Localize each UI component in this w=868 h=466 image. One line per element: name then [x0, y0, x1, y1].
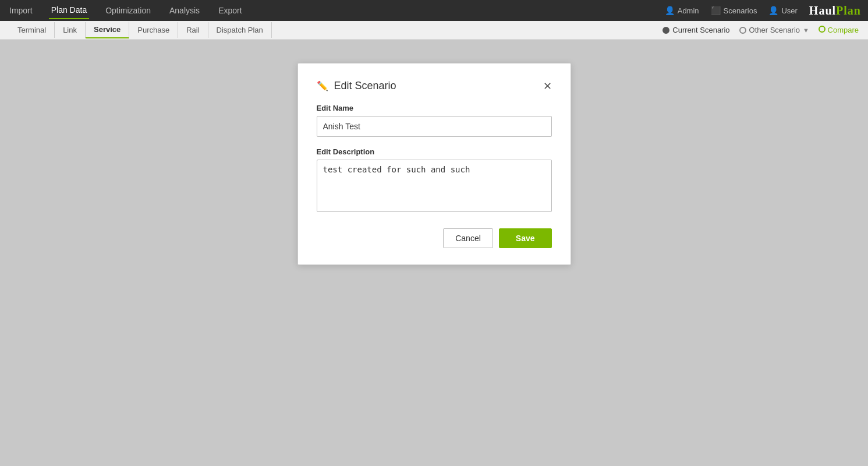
- modal-title: Edit Scenario: [334, 80, 396, 92]
- modal-close-button[interactable]: ✕: [543, 81, 552, 91]
- edit-scenario-modal: ✏️ Edit Scenario ✕ Edit Name Edit Descri…: [297, 63, 571, 265]
- cancel-button[interactable]: Cancel: [443, 228, 493, 248]
- modal-overlay: ✏️ Edit Scenario ✕ Edit Name Edit Descri…: [0, 40, 868, 466]
- nav-plan-data[interactable]: Plan Data: [49, 2, 89, 19]
- other-scenario-radio: [739, 27, 746, 34]
- sub-navigation: Terminal Link Service Purchase Rail Disp…: [0, 21, 868, 40]
- chevron-down-icon: ▼: [803, 27, 809, 34]
- sub-nav-right: Current Scenario Other Scenario ▼ Compar…: [662, 26, 859, 34]
- modal-title-area: ✏️ Edit Scenario: [317, 80, 396, 92]
- edit-name-input[interactable]: [317, 116, 552, 137]
- brand-logo: HaulPlan: [809, 4, 861, 17]
- subnav-rail[interactable]: Rail: [178, 22, 208, 38]
- main-content: ✏️ Edit Scenario ✕ Edit Name Edit Descri…: [0, 40, 868, 466]
- admin-menu[interactable]: 👤 Admin: [665, 6, 699, 15]
- top-nav-right: 👤 Admin ⬛ Scenarios 👤 User HaulPlan: [665, 4, 861, 17]
- nav-import[interactable]: Import: [7, 2, 35, 19]
- current-scenario-radio: [662, 27, 669, 34]
- edit-description-label: Edit Description: [317, 147, 552, 156]
- nav-optimization[interactable]: Optimization: [103, 2, 153, 19]
- subnav-terminal[interactable]: Terminal: [9, 22, 55, 38]
- person-icon: 👤: [665, 6, 675, 15]
- nav-analysis[interactable]: Analysis: [167, 2, 202, 19]
- subnav-link[interactable]: Link: [55, 22, 86, 38]
- other-scenario-option[interactable]: Other Scenario ▼: [739, 26, 809, 34]
- subnav-service[interactable]: Service: [86, 22, 129, 38]
- top-nav-left: Import Plan Data Optimization Analysis E…: [7, 2, 245, 19]
- subnav-purchase[interactable]: Purchase: [129, 22, 178, 38]
- edit-description-group: Edit Description test created for such a…: [317, 147, 552, 214]
- brand-suffix: Plan: [836, 4, 861, 17]
- compare-radio: [819, 26, 826, 33]
- subnav-dispatch-plan[interactable]: Dispatch Plan: [208, 22, 272, 38]
- edit-name-group: Edit Name: [317, 104, 552, 137]
- nav-export[interactable]: Export: [216, 2, 244, 19]
- sub-nav-left: Terminal Link Service Purchase Rail Disp…: [9, 22, 272, 38]
- compare-link[interactable]: Compare: [819, 26, 859, 34]
- edit-description-textarea[interactable]: test created for such and such: [317, 160, 552, 212]
- top-navigation: Import Plan Data Optimization Analysis E…: [0, 0, 868, 21]
- user-menu[interactable]: 👤 User: [768, 6, 797, 15]
- edit-name-label: Edit Name: [317, 104, 552, 112]
- modal-footer: Cancel Save: [317, 228, 552, 248]
- brand-prefix: Haul: [809, 4, 836, 17]
- current-scenario-option[interactable]: Current Scenario: [662, 26, 729, 34]
- layers-icon: ⬛: [711, 6, 721, 15]
- scenarios-menu[interactable]: ⬛ Scenarios: [711, 6, 757, 15]
- save-button[interactable]: Save: [499, 228, 552, 248]
- account-icon: 👤: [768, 6, 778, 15]
- pencil-icon: ✏️: [317, 80, 328, 91]
- modal-header: ✏️ Edit Scenario ✕: [317, 80, 552, 92]
